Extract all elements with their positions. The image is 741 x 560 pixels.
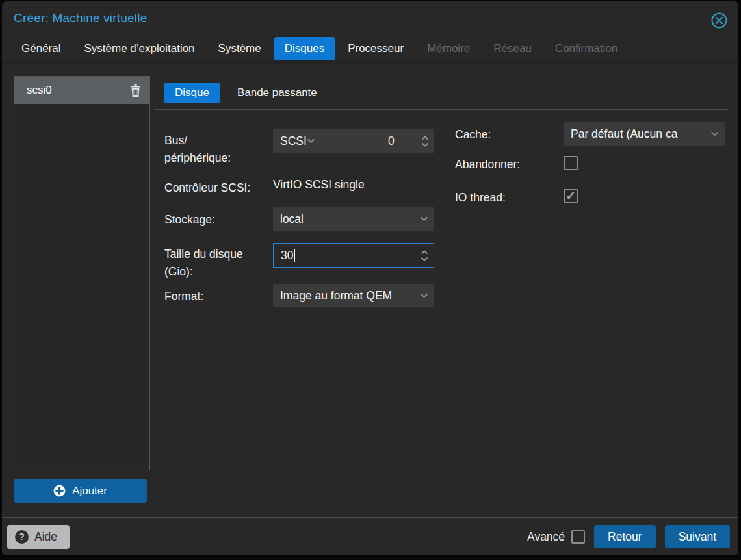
disk-sidebar: scsi0 <box>14 64 150 517</box>
chevron-down-icon <box>420 293 428 298</box>
chevron-down-icon <box>710 131 719 136</box>
dialog-body: scsi0 <box>2 64 738 517</box>
footer-actions: Avancé Retour Suivant <box>527 525 730 548</box>
tab-systeme[interactable]: Système <box>208 37 272 60</box>
bus-number-spinner[interactable]: 0 <box>377 129 434 153</box>
disk-item-label: scsi0 <box>27 84 52 97</box>
scsi-controller-label: Contrôleur SCSI: <box>164 175 273 197</box>
add-disk-label: Ajouter <box>72 485 107 498</box>
format-select[interactable]: Image au format QEM <box>273 284 434 307</box>
form-right-column: Cache: Par défaut (Aucun ca Abandonner: <box>455 110 725 307</box>
help-label: Aide <box>34 530 57 544</box>
disk-list-item-scsi0[interactable]: scsi0 <box>14 77 150 104</box>
iothread-label: IO thread: <box>455 189 564 207</box>
spinner-down-icon[interactable] <box>421 257 428 261</box>
scsi-controller-value: VirtIO SCSI single <box>273 175 434 192</box>
cache-value: Par défaut (Aucun ca <box>571 127 710 141</box>
disk-list: scsi0 <box>14 76 150 470</box>
cache-select[interactable]: Par défaut (Aucun ca <box>564 122 725 146</box>
disk-size-input[interactable]: 30 <box>273 243 434 268</box>
spinner-up-icon[interactable] <box>421 136 429 140</box>
trash-icon[interactable] <box>130 84 141 97</box>
storage-row: Stockage: local <box>164 207 455 231</box>
dialog-title: Créer: Machine virtuelle <box>14 11 147 25</box>
storage-value: local <box>280 212 420 226</box>
tab-disque[interactable]: Disque <box>164 83 220 103</box>
tab-general[interactable]: Général <box>11 37 71 60</box>
iothread-checkbox[interactable] <box>564 189 578 203</box>
cache-row: Cache: Par défaut (Aucun ca <box>455 122 725 146</box>
format-label: Format: <box>164 284 273 305</box>
form-left-column: Bus/ périphérique: SCSI 0 <box>164 110 455 307</box>
disk-subtabs: Disque Bande passante <box>154 83 729 103</box>
chevron-down-icon <box>307 138 315 144</box>
advanced-checkbox[interactable] <box>571 530 585 544</box>
question-mark-icon: ? <box>15 530 29 544</box>
dialog-footer: ? Aide Avancé Retour Suivant <box>2 517 738 555</box>
disk-size-row: Taille du disque (Gio): 30 <box>164 243 455 281</box>
close-icon[interactable] <box>710 12 728 29</box>
storage-label: Stockage: <box>164 207 273 229</box>
plus-circle-icon <box>53 485 66 497</box>
tab-memoire: Mémoire <box>417 37 480 60</box>
bus-number-value: 0 <box>388 134 395 148</box>
tab-disques[interactable]: Disques <box>274 37 335 60</box>
chevron-down-icon <box>420 216 428 222</box>
tab-confirmation: Confirmation <box>545 37 628 60</box>
bus-type-select[interactable]: SCSI <box>273 129 377 153</box>
create-vm-dialog: Créer: Machine virtuelle Général Système… <box>2 1 738 555</box>
disk-size-label: Taille du disque (Gio): <box>164 243 273 281</box>
spinner-down-icon[interactable] <box>421 142 429 147</box>
tab-processeur[interactable]: Processeur <box>337 37 414 60</box>
advanced-label: Avancé <box>527 530 565 544</box>
disk-size-value: 30 <box>281 249 293 262</box>
disk-settings-panel: Disque Bande passante Bus/ périphérique: <box>154 64 729 517</box>
format-value: Image au format QEM <box>280 289 420 303</box>
bus-device-row: Bus/ périphérique: SCSI 0 <box>164 129 455 167</box>
next-button[interactable]: Suivant <box>665 525 730 548</box>
storage-select[interactable]: local <box>273 207 434 231</box>
tab-reseau: Réseau <box>483 37 542 60</box>
discard-checkbox[interactable] <box>564 156 578 170</box>
help-button[interactable]: ? Aide <box>7 525 70 549</box>
tab-bande-passante[interactable]: Bande passante <box>227 83 328 103</box>
discard-label: Abandonner: <box>455 156 564 173</box>
iothread-row: IO thread: <box>455 189 725 207</box>
discard-row: Abandonner: <box>455 156 725 173</box>
text-caret <box>294 249 295 262</box>
bus-device-label: Bus/ périphérique: <box>164 129 273 167</box>
bus-type-value: SCSI <box>280 134 307 148</box>
add-disk-button[interactable]: Ajouter <box>14 479 147 503</box>
wizard-tabbar: Général Système d’exploitation Système D… <box>2 32 738 64</box>
cache-label: Cache: <box>455 122 564 144</box>
scsi-controller-row: Contrôleur SCSI: VirtIO SCSI single <box>164 175 455 197</box>
tab-os[interactable]: Système d’exploitation <box>73 37 205 60</box>
spinner-up-icon[interactable] <box>421 250 428 255</box>
disk-form: Bus/ périphérique: SCSI 0 <box>154 110 729 307</box>
back-button[interactable]: Retour <box>594 525 656 548</box>
format-row: Format: Image au format QEM <box>164 284 455 307</box>
dialog-titlebar: Créer: Machine virtuelle <box>2 1 738 32</box>
